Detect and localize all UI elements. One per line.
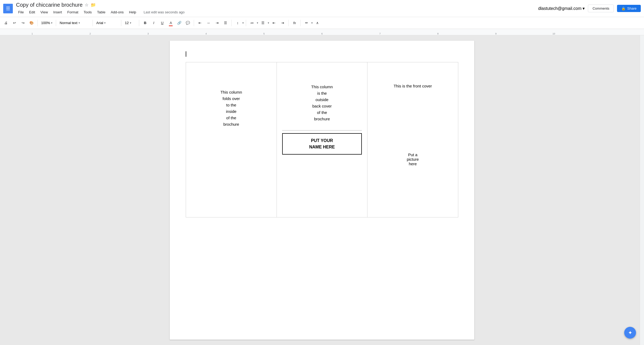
table-cell-col3[interactable]: This is the front cover Put a picture he… xyxy=(367,62,458,217)
italic-button[interactable]: I xyxy=(150,19,157,27)
size-dropdown-icon: ▾ xyxy=(130,21,131,24)
menu-tools[interactable]: Tools xyxy=(82,9,94,15)
toolbar-divider-6 xyxy=(194,20,194,26)
share-button[interactable]: 🔒 Share xyxy=(617,5,641,12)
ruler-mark: 1 xyxy=(32,32,33,35)
line-spacing-dropdown[interactable]: ▾ xyxy=(242,21,244,24)
ruler-mark: 6 xyxy=(321,32,323,35)
menu-view[interactable]: View xyxy=(38,9,50,15)
menu-help[interactable]: Help xyxy=(127,9,138,15)
print-button[interactable]: 🖨 xyxy=(2,19,10,27)
col2-divider xyxy=(282,130,362,131)
toolbar-divider-1 xyxy=(37,20,38,26)
menu-table[interactable]: Table xyxy=(95,9,107,15)
col2-content-area: This column is the outside back cover of… xyxy=(282,68,362,155)
font-select[interactable]: Arial ▾ xyxy=(95,19,119,27)
toolbar-divider-9 xyxy=(288,20,289,26)
ai-assistant-button[interactable]: ✦ xyxy=(624,327,636,339)
doc-title[interactable]: Copy of chiccarine brochure xyxy=(16,2,83,8)
col3-title: This is the front cover xyxy=(373,68,453,142)
ruler-mark: 3 xyxy=(148,32,149,35)
col3-picture-placeholder: Put a picture here xyxy=(373,142,453,166)
bulleted-list-dropdown[interactable]: ▾ xyxy=(268,21,269,24)
last-edit-status: Last edit was seconds ago xyxy=(144,10,185,15)
toolbar-divider-10 xyxy=(300,20,301,26)
toolbar-divider-3 xyxy=(92,20,93,26)
align-right-button[interactable]: ⇥ xyxy=(213,19,221,27)
underline-button[interactable]: U xyxy=(158,19,166,27)
menu-edit[interactable]: Edit xyxy=(27,9,37,15)
ruler-mark: 4 xyxy=(205,32,207,35)
numbered-list-button[interactable]: ≔ xyxy=(248,19,256,27)
table-row: This column folds over to the inside of … xyxy=(186,62,458,217)
align-left-button[interactable]: ⇤ xyxy=(196,19,204,27)
document-page[interactable]: This column folds over to the inside of … xyxy=(170,41,474,340)
col3-content-area: This is the front cover Put a picture he… xyxy=(373,68,453,166)
increase-indent-button[interactable]: ⇥ xyxy=(279,19,286,27)
pen-dropdown[interactable]: ▾ xyxy=(311,21,313,24)
align-center-button[interactable]: ↔ xyxy=(205,19,212,27)
link-button[interactable]: 🔗 xyxy=(176,19,183,27)
doc-title-row: Copy of chiccarine brochure ☆ 📁 xyxy=(16,2,538,8)
page-area: This column folds over to the inside of … xyxy=(0,35,644,345)
scrollbar[interactable] xyxy=(640,35,644,345)
comments-button[interactable]: Comments xyxy=(588,5,614,12)
lock-icon: 🔒 xyxy=(621,6,626,10)
brochure-table: This column folds over to the inside of … xyxy=(186,62,458,217)
menu-addons[interactable]: Add-ons xyxy=(108,9,126,15)
pen-button[interactable]: ✏ xyxy=(303,19,310,27)
ruler-mark: 2 xyxy=(90,32,91,35)
font-size-select[interactable]: 12 ▾ xyxy=(123,19,137,27)
app-menu-button[interactable]: ☰ xyxy=(3,4,13,13)
col2-top-text: This column is the outside back cover of… xyxy=(282,68,362,128)
zoom-dropdown-icon: ▾ xyxy=(51,21,52,24)
align-justify-button[interactable]: ☰ xyxy=(222,19,229,27)
zoom-select[interactable]: 100% ▾ xyxy=(40,19,54,27)
text-color-button[interactable]: A xyxy=(167,19,174,27)
bulleted-list-button[interactable]: ☰ xyxy=(259,19,267,27)
toolbar-divider-2 xyxy=(56,20,56,26)
toolbar-divider-5 xyxy=(139,20,139,26)
ruler-mark: 5 xyxy=(263,32,265,35)
menu-bar: File Edit View Insert Format Tools Table… xyxy=(16,9,538,15)
ruler-mark: 9 xyxy=(495,32,496,35)
bold-button[interactable]: B xyxy=(141,19,149,27)
toolbar-divider-7 xyxy=(231,20,232,26)
user-email[interactable]: dlastutech@gmail.com ▾ xyxy=(538,6,585,11)
undo-button[interactable]: ↩ xyxy=(11,19,18,27)
top-bar: ☰ Copy of chiccarine brochure ☆ 📁 File E… xyxy=(0,0,644,17)
table-cell-col2[interactable]: This column is the outside back cover of… xyxy=(277,62,367,217)
redo-button[interactable]: ↪ xyxy=(19,19,27,27)
decrease-indent-button[interactable]: ⇤ xyxy=(270,19,278,27)
style-select[interactable]: Normal text ▾ xyxy=(58,19,90,27)
name-box[interactable]: PUT YOUR NAME HERE xyxy=(282,133,362,155)
col1-text: This column folds over to the inside of … xyxy=(191,68,271,128)
hamburger-icon: ☰ xyxy=(6,6,10,11)
ruler-mark: 10 xyxy=(553,32,555,35)
font-dropdown-icon: ▾ xyxy=(104,21,106,24)
doc-title-area: Copy of chiccarine brochure ☆ 📁 File Edi… xyxy=(16,2,538,15)
folder-icon[interactable]: 📁 xyxy=(91,2,96,7)
toolbar: 🖨 ↩ ↪ 🎨 100% ▾ Normal text ▾ Arial ▾ 12 … xyxy=(0,17,644,29)
numbered-list-dropdown[interactable]: ▾ xyxy=(257,21,258,24)
star-icon[interactable]: ☆ xyxy=(85,2,88,7)
menu-insert[interactable]: Insert xyxy=(51,9,64,15)
table-cell-col1[interactable]: This column folds over to the inside of … xyxy=(186,62,277,217)
user-dropdown-icon: ▾ xyxy=(583,6,585,11)
top-right-area: dlastutech@gmail.com ▾ Comments 🔒 Share xyxy=(538,5,641,12)
ruler-mark: 7 xyxy=(379,32,381,35)
text-cursor xyxy=(186,51,186,57)
toolbar-divider-8 xyxy=(246,20,246,26)
toolbar-divider-4 xyxy=(121,20,121,26)
style-dropdown-icon: ▾ xyxy=(79,21,80,24)
formula-button[interactable]: fx xyxy=(291,19,298,27)
comment-button[interactable]: 💬 xyxy=(184,19,192,27)
ruler-mark: 8 xyxy=(437,32,439,35)
collapse-toolbar-button[interactable]: ∧ xyxy=(314,19,321,27)
ruler: 1 2 3 4 5 6 7 8 9 10 xyxy=(0,29,644,35)
paint-format-button[interactable]: 🎨 xyxy=(28,19,35,27)
menu-format[interactable]: Format xyxy=(65,9,80,15)
line-spacing-button[interactable]: ↕ xyxy=(234,19,241,27)
menu-file[interactable]: File xyxy=(16,9,26,15)
